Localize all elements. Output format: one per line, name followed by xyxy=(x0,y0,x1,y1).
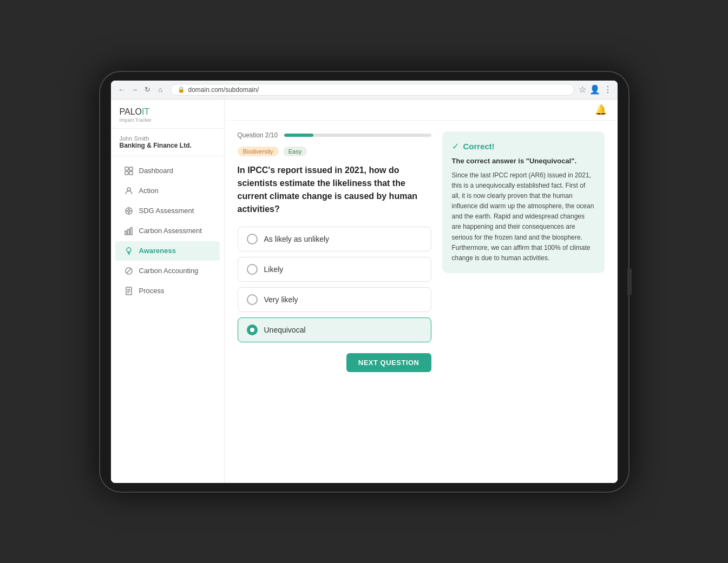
option-b[interactable]: Likely xyxy=(238,257,431,282)
user-name: John Smith xyxy=(120,135,215,142)
svg-rect-11 xyxy=(125,231,127,235)
sidebar-label-awareness: Awareness xyxy=(139,247,176,255)
sidebar-item-carbon-accounting[interactable]: Carbon Accounting xyxy=(115,261,220,281)
sidebar-item-sdg-assessment[interactable]: SDG Assessment xyxy=(115,201,220,221)
logo-subtitle: Impact Tracker xyxy=(120,117,215,123)
feedback-panel: ✓ Correct! The correct answer is "Unequi… xyxy=(442,131,605,274)
option-c-label: Very likely xyxy=(264,295,298,304)
svg-rect-13 xyxy=(130,228,132,235)
lock-icon: 🔒 xyxy=(178,86,185,93)
chart-icon xyxy=(124,226,134,236)
star-button[interactable]: ☆ xyxy=(579,84,586,95)
leaf-icon xyxy=(124,266,134,276)
option-b-label: Likely xyxy=(264,265,284,274)
address-bar[interactable]: 🔒 domain.com/subdomain/ xyxy=(170,84,574,96)
feedback-header: ✓ Correct! xyxy=(452,141,595,151)
svg-line-16 xyxy=(127,269,131,273)
browser-actions: ☆ 👤 ⋮ xyxy=(579,84,612,95)
options-list: As likely as unlikely Likely Very likely xyxy=(238,227,431,342)
person-icon xyxy=(124,186,134,196)
sidebar-label-carbon-accounting: Carbon Accounting xyxy=(139,267,199,275)
user-org: Banking & Finance Ltd. xyxy=(120,142,215,149)
tablet-screen: ← → ↻ ⌂ 🔒 domain.com/subdomain/ ☆ 👤 ⋮ xyxy=(111,81,618,483)
tablet-side-button xyxy=(627,268,632,295)
back-button[interactable]: ← xyxy=(116,84,127,95)
option-d[interactable]: Unequivocal xyxy=(238,317,431,342)
next-question-button[interactable]: NEXT QUESTION xyxy=(346,353,431,372)
header-bar: 🔔 xyxy=(225,100,618,121)
refresh-button[interactable]: ↻ xyxy=(142,84,153,95)
menu-button[interactable]: ⋮ xyxy=(604,84,612,95)
check-icon: ✓ xyxy=(452,141,459,151)
question-text: In IPCC's report issued in 2021, how do … xyxy=(238,164,431,216)
tag-biodiversity: Biodiversity xyxy=(238,147,279,156)
feedback-body: Since the last IPCC report (AR6) issued … xyxy=(452,170,595,264)
sidebar-item-carbon-assessment[interactable]: Carbon Assessment xyxy=(115,221,220,241)
sidebar-user: John Smith Banking & Finance Ltd. xyxy=(111,129,224,156)
option-a-label: As likely as unlikely xyxy=(264,235,330,243)
tablet-frame: ← → ↻ ⌂ 🔒 domain.com/subdomain/ ☆ 👤 ⋮ xyxy=(99,71,629,493)
option-d-label: Unequivocal xyxy=(264,326,306,334)
lightbulb-icon xyxy=(124,246,134,256)
account-button[interactable]: 👤 xyxy=(589,84,600,95)
svg-point-14 xyxy=(127,248,131,252)
radio-a xyxy=(247,234,258,244)
svg-rect-1 xyxy=(129,167,133,170)
home-button[interactable]: ⌂ xyxy=(155,84,166,95)
browser-nav-buttons: ← → ↻ ⌂ xyxy=(116,84,166,95)
svg-point-6 xyxy=(128,210,130,212)
svg-rect-3 xyxy=(129,171,133,175)
sidebar-label-action: Action xyxy=(139,187,159,195)
progress-header: Question 2/10 xyxy=(238,131,431,139)
logo-it: IT xyxy=(142,107,149,116)
sdg-icon xyxy=(124,206,134,216)
sidebar-label-sdg: SDG Assessment xyxy=(139,207,194,215)
sidebar-item-dashboard[interactable]: Dashboard xyxy=(115,161,220,181)
url-text: domain.com/subdomain/ xyxy=(188,86,259,94)
sidebar-item-action[interactable]: Action xyxy=(115,181,220,201)
main-content: Question 2/10 Biodiversity Easy In IPCC'… xyxy=(225,121,618,483)
sidebar-item-process[interactable]: Process xyxy=(115,281,220,301)
progress-bar-container xyxy=(284,134,431,137)
tags: Biodiversity Easy xyxy=(238,147,431,156)
browser-bar: ← → ↻ ⌂ 🔒 domain.com/subdomain/ ☆ 👤 ⋮ xyxy=(111,81,618,100)
sidebar-item-awareness[interactable]: Awareness xyxy=(115,241,220,261)
doc-icon xyxy=(124,286,134,296)
logo: PALOIT Impact Tracker xyxy=(111,100,224,129)
svg-point-4 xyxy=(127,188,130,191)
sidebar-label-process: Process xyxy=(139,287,165,295)
svg-rect-12 xyxy=(128,229,129,235)
progress-bar-fill xyxy=(284,134,313,137)
svg-rect-2 xyxy=(125,171,128,175)
logo-palo: PALO xyxy=(120,107,142,116)
notification-button[interactable]: 🔔 xyxy=(595,104,607,116)
tag-easy: Easy xyxy=(283,147,307,156)
feedback-title: Correct! xyxy=(463,142,495,151)
logo-text: PALOIT xyxy=(120,107,215,117)
sidebar-label-dashboard: Dashboard xyxy=(139,167,174,175)
radio-d xyxy=(247,324,258,335)
question-area: Question 2/10 Biodiversity Easy In IPCC'… xyxy=(238,131,431,472)
progress-label: Question 2/10 xyxy=(238,131,278,139)
sidebar-nav: Dashboard Action xyxy=(111,156,224,474)
forward-button[interactable]: → xyxy=(129,84,140,95)
svg-rect-0 xyxy=(125,167,128,170)
radio-b xyxy=(247,264,258,275)
option-a[interactable]: As likely as unlikely xyxy=(238,227,431,251)
grid-icon xyxy=(124,166,134,176)
sidebar: PALOIT Impact Tracker John Smith Banking… xyxy=(111,100,225,483)
feedback-answer: The correct answer is "Unequivocal". xyxy=(452,157,595,165)
app-body: PALOIT Impact Tracker John Smith Banking… xyxy=(111,100,618,483)
option-c[interactable]: Very likely xyxy=(238,287,431,312)
sidebar-label-carbon-assessment: Carbon Assessment xyxy=(139,227,202,235)
radio-c xyxy=(247,294,258,305)
